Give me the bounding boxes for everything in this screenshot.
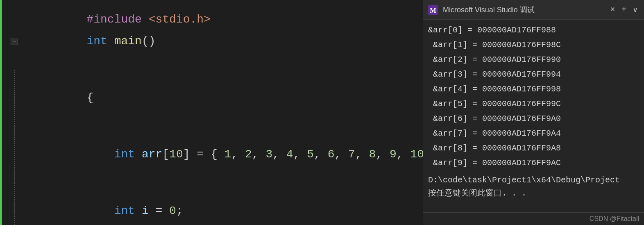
main-line: − int main(): [0, 13, 423, 70]
debug-add-button[interactable]: +: [618, 3, 630, 16]
output-line-5: &arr[5] = 000000AD176FF99C: [428, 97, 639, 111]
include-text: #include <stdio.h>: [27, 0, 423, 13]
debug-close-button[interactable]: ×: [607, 3, 618, 16]
fold-main-button[interactable]: −: [11, 38, 18, 45]
arr-decl-text: int arr[10] = { 1, 2, 3, 4, 5, 6, 7, 8, …: [27, 126, 423, 183]
output-line-6: &arr[6] = 000000AD176FF9A0: [428, 111, 639, 126]
svg-text:M: M: [430, 7, 436, 14]
debug-header: M Microsoft Visual Studio 调试 × + ∨: [423, 0, 644, 20]
output-line-2: &arr[2] = 000000AD176FF990: [428, 52, 639, 67]
output-line-4: &arr[4] = 000000AD176FF998: [428, 82, 639, 97]
path-line: D:\code\task\Project1\x64\Debug\Project: [428, 174, 639, 187]
output-line-1: &arr[1] = 000000AD176FF98C: [428, 38, 639, 52]
wait-line: 按任意键关闭此窗口. . .: [428, 187, 639, 200]
code-editor: #include <stdio.h> − int main(): [0, 0, 423, 225]
debug-chevron-button[interactable]: ∨: [630, 4, 641, 16]
vs-icon: M: [426, 3, 440, 16]
debug-output: &arr[0] = 000000AD176FF988 &arr[1] = 000…: [423, 20, 644, 212]
debug-title: Microsoft Visual Studio 调试: [443, 5, 605, 15]
output-line-7: &arr[7] = 000000AD176FF9A4: [428, 126, 639, 141]
i-decl-text: int i = 0;: [27, 183, 423, 225]
output-line-8: &arr[8] = 000000AD176FF9A8: [428, 141, 639, 156]
output-line-3: &arr[3] = 000000AD176FF994: [428, 67, 639, 82]
debug-panel: M Microsoft Visual Studio 调试 × + ∨ &arr[…: [423, 0, 644, 225]
output-line-0: &arr[0] = 000000AD176FF988: [428, 23, 639, 38]
output-line-9: &arr[9] = 000000AD176FF9AC: [428, 156, 639, 170]
arr-decl-line: int arr[10] = { 1, 2, 3, 4, 5, 6, 7, 8, …: [0, 126, 423, 183]
include-line: #include <stdio.h>: [0, 0, 423, 13]
main-line-text: int main(): [27, 13, 423, 70]
open-brace1-text: {: [27, 70, 423, 126]
open-brace1-line: {: [0, 70, 423, 126]
debug-footer: CSDN @Fitactall: [423, 212, 644, 225]
i-decl-line: int i = 0;: [0, 183, 423, 225]
